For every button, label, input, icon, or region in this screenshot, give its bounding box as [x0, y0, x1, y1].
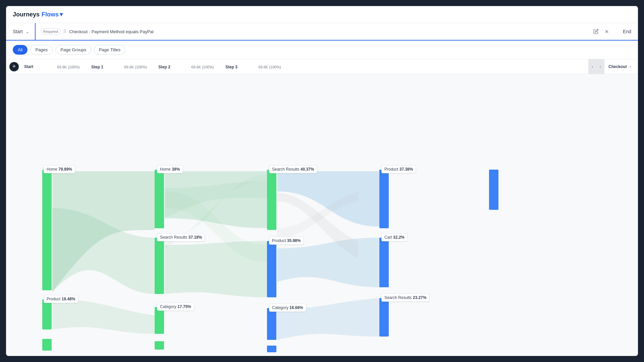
node-bar-step2-small[interactable] [267, 346, 276, 352]
node-bar-step3-cart[interactable] [379, 238, 389, 287]
step-1-label: Step 1 [91, 65, 103, 69]
label-start-home[interactable]: Home 79.89% [44, 165, 75, 173]
start-chevron-icon[interactable]: ⌄ [25, 29, 30, 34]
step-count-0: 69.6K (100%) [57, 65, 79, 69]
label-step1-home[interactable]: Home 38% [157, 165, 183, 173]
filter-page-titles-button[interactable]: Page Titles [94, 45, 125, 55]
node-bar-start-product[interactable] [42, 299, 52, 329]
edit-condition-button[interactable] [592, 27, 600, 36]
node-bar-step1-category[interactable] [155, 307, 164, 334]
step-count-3: 69.6K (100%) [258, 65, 281, 69]
flows-chevron-icon: ▾ [60, 11, 63, 18]
step-count-1: 69.6K (100%) [124, 65, 147, 69]
end-label: End [623, 29, 631, 34]
nav-next-button[interactable]: › [588, 59, 596, 74]
label-step3-search[interactable]: Search Results 23.27% [381, 294, 429, 302]
node-bar-step1-search[interactable] [155, 238, 164, 294]
flows-dropdown[interactable]: Flows ▾ [42, 11, 63, 18]
flow-area: Home 79.89% Home 38% Search Results 37.1… [6, 74, 638, 356]
step-start-label: Start [24, 64, 33, 69]
filter-page-groups-button[interactable]: Page Groups [55, 45, 91, 55]
add-step-button[interactable]: + [9, 62, 19, 71]
node-bar-start-home[interactable] [42, 170, 52, 290]
node-bar-checkout-1[interactable] [489, 170, 498, 210]
node-bar-step2-search[interactable] [267, 170, 276, 230]
drag-icon: ⠿ [63, 29, 66, 34]
node-bar-step3-product[interactable] [379, 170, 389, 228]
node-bar-step3-search[interactable] [379, 298, 389, 337]
journeys-label: Journeys [13, 11, 40, 18]
label-step3-cart[interactable]: Cart 32.2% [381, 233, 408, 241]
label-step1-category[interactable]: Category 17.75% [157, 303, 194, 311]
node-bar-start-small[interactable] [42, 339, 52, 351]
label-step1-search[interactable]: Search Results 37.18% [157, 233, 205, 241]
node-bar-step1-home[interactable] [155, 170, 164, 228]
filter-all-button[interactable]: All [13, 45, 28, 55]
flows-label: Flows [42, 11, 59, 18]
step-2-label: Step 2 [158, 65, 170, 69]
label-step2-product[interactable]: Product 35.98% [269, 237, 304, 245]
condition-text: Checkout - Payment Method equals PayPal [69, 29, 153, 34]
label-start-product[interactable]: Product 18.48% [44, 295, 78, 303]
sankey-svg [6, 74, 638, 356]
node-bar-step1-small[interactable] [155, 341, 164, 350]
checkout-label: Checkout → [604, 64, 638, 69]
node-bar-step2-category[interactable] [267, 308, 276, 340]
close-condition-button[interactable] [603, 27, 611, 36]
step-count-2: 69.6K (100%) [191, 65, 214, 69]
label-step2-search[interactable]: Search Results 40.37% [269, 165, 317, 173]
filter-pages-button[interactable]: Pages [30, 45, 53, 55]
required-badge: Required [41, 28, 61, 35]
node-bar-step2-product[interactable] [267, 241, 276, 297]
nav-prev-button[interactable]: ‹ [596, 59, 604, 74]
label-step3-product[interactable]: Product 37.38% [381, 165, 416, 173]
step-3-label: Step 3 [225, 65, 237, 69]
label-step2-category[interactable]: Category 16.66% [269, 304, 306, 312]
start-label: Start [13, 29, 23, 34]
